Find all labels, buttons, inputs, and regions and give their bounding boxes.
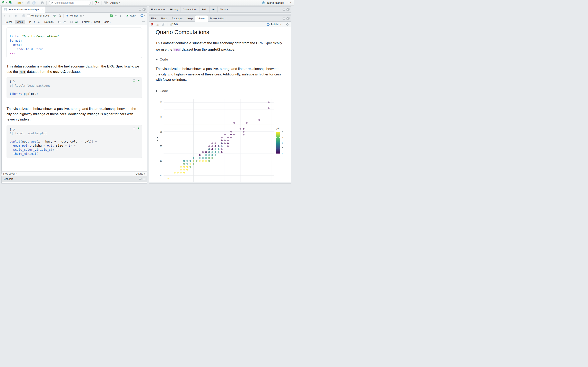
tab-env-history[interactable]: History xyxy=(168,7,181,12)
tab-files-presentation[interactable]: Presentation xyxy=(208,16,227,21)
file-type-selector[interactable]: Quarto ▲▼ xyxy=(134,172,147,175)
toolbar-separator xyxy=(38,1,38,5)
inline-code: mpg xyxy=(19,70,26,74)
source-mode-toggle[interactable]: Source xyxy=(3,20,14,24)
open-file-button[interactable]: ▾ xyxy=(17,1,23,5)
console-body[interactable] xyxy=(2,182,147,183)
search-icon xyxy=(58,14,61,17)
insert-chunk-button[interactable]: C xyxy=(109,14,114,18)
code-line: library(ggplot2) xyxy=(9,92,139,96)
tab-env-build[interactable]: Build xyxy=(199,7,210,12)
format-menu[interactable]: Format▾ xyxy=(81,20,92,24)
file-type-updown-icon: ▲▼ xyxy=(144,173,145,175)
save-button[interactable] xyxy=(26,1,31,5)
tab-files-files[interactable]: Files xyxy=(149,16,159,21)
editor-tabbar: computations-code-fold.qmd × xyxy=(2,7,147,13)
close-tab-icon[interactable]: × xyxy=(42,8,43,11)
editor-paragraph-1[interactable]: This dataset contains a subset of the fu… xyxy=(7,64,142,75)
addins-button[interactable]: Addins ▾ xyxy=(110,1,121,5)
tab-files-plots[interactable]: Plots xyxy=(159,16,169,21)
minimize-pane-icon[interactable] xyxy=(139,8,141,11)
version-control-button[interactable]: ▾ xyxy=(94,1,100,5)
viewer-clear-button[interactable] xyxy=(156,22,160,26)
insert-menu[interactable]: Insert▾ xyxy=(93,20,102,24)
tab-env-connections[interactable]: Connections xyxy=(181,7,199,12)
forward-button[interactable] xyxy=(7,14,11,17)
spellcheck-button[interactable]: ABC xyxy=(52,14,57,18)
code-fold-toggle-1[interactable]: Code xyxy=(156,57,284,62)
run-chunks-above-icon[interactable] xyxy=(133,127,135,129)
outline-scope-selector[interactable]: (Top Level) ▲▼ xyxy=(2,172,134,175)
new-file-button[interactable]: ▾ xyxy=(2,1,8,5)
source-editor-pane: computations-code-fold.qmd × Render on S… xyxy=(1,6,147,174)
tab-env-environment[interactable]: Environment xyxy=(149,7,168,12)
code-fold-toggle-2[interactable]: Code xyxy=(156,89,284,94)
pane-layout-button[interactable]: ▾ xyxy=(103,1,109,5)
table-menu[interactable]: Table▾ xyxy=(103,20,111,24)
yaml-front-matter[interactable]: ---title: "Quarto Computations"format: h… xyxy=(7,27,142,58)
bullet-list-button[interactable] xyxy=(58,20,62,24)
text-run: package. xyxy=(220,48,235,51)
tab-files-packages[interactable]: Packages xyxy=(169,16,185,21)
code-chunk-load-packages[interactable]: {r}#| label: load-packages library(ggplo… xyxy=(7,77,142,98)
find-replace-button[interactable] xyxy=(58,14,62,17)
viewer-refresh-button[interactable] xyxy=(285,23,290,26)
viewer-popout-button[interactable] xyxy=(161,23,165,26)
console-header[interactable]: Console xyxy=(2,176,147,182)
viewer-stop-button[interactable] xyxy=(150,22,154,26)
file-type-label: Quarto xyxy=(136,172,143,175)
render-settings-button[interactable]: ▾ xyxy=(79,14,85,17)
maximize-pane-icon[interactable] xyxy=(286,8,290,11)
tab-env-tutorial[interactable]: Tutorial xyxy=(218,7,231,12)
open-file-caret: ▾ xyxy=(22,2,22,4)
save-all-button[interactable] xyxy=(32,1,36,5)
outline-toggle-button[interactable] xyxy=(141,21,146,24)
pane-layout-caret: ▾ xyxy=(107,2,108,4)
tab-files-help[interactable]: Help xyxy=(185,16,195,21)
maximize-pane-icon[interactable] xyxy=(143,8,146,11)
numbered-list-button[interactable]: 12 xyxy=(62,20,66,24)
viewer-edit-button[interactable]: Edit xyxy=(169,23,179,26)
code-chunk-scatterplot[interactable]: {r}#| label: scatterplot ggplot(mpg, aes… xyxy=(7,125,142,158)
project-menu-button[interactable]: R quarto-tutorials — ~ ▾ xyxy=(261,1,292,5)
code-format-button[interactable]: </> xyxy=(36,21,41,23)
minimize-pane-icon[interactable] xyxy=(283,17,285,20)
scope-updown-icon: ▲▼ xyxy=(16,173,17,175)
run-chunks-above-icon[interactable] xyxy=(133,79,135,82)
back-button[interactable] xyxy=(3,14,7,17)
inline-code: mpg xyxy=(173,48,181,51)
maximize-pane-icon[interactable] xyxy=(286,17,290,20)
maximize-pane-icon[interactable] xyxy=(143,178,146,180)
goto-file-function-input[interactable]: Go to file/function xyxy=(49,1,91,5)
go-prev-section-button[interactable] xyxy=(114,14,118,17)
image-button[interactable] xyxy=(74,20,78,24)
tab-computations-code-fold[interactable]: computations-code-fold.qmd × xyxy=(2,7,45,13)
print-button[interactable] xyxy=(40,1,45,5)
minimize-pane-icon[interactable] xyxy=(283,8,285,11)
visual-mode-toggle[interactable]: Visual xyxy=(15,20,25,24)
visual-editor-canvas[interactable]: ---title: "Quarto Computations"format: h… xyxy=(2,25,147,171)
tab-env-git[interactable]: Git xyxy=(210,7,218,12)
rendered-paragraph-2: The visualization below shows a positive… xyxy=(156,66,284,83)
new-project-button[interactable]: R xyxy=(8,1,13,5)
paragraph-style-select[interactable]: Normal▾ xyxy=(44,20,54,24)
run-chunk-icon[interactable] xyxy=(138,127,140,129)
publish-button[interactable]: Publish ▾ xyxy=(267,23,281,26)
render-on-save-checkbox[interactable]: Render on Save xyxy=(26,14,49,17)
run-button[interactable]: Run ▾ xyxy=(125,14,137,17)
editor-paragraph-2[interactable]: The visualization below shows a positive… xyxy=(7,106,142,122)
viewer-content[interactable]: Quarto Computations This dataset contain… xyxy=(149,27,291,182)
go-next-section-button[interactable] xyxy=(119,14,122,17)
open-in-new-window-button[interactable] xyxy=(14,14,18,17)
link-button[interactable] xyxy=(69,20,74,24)
tab-files-viewer[interactable]: Viewer xyxy=(195,16,208,22)
minimize-pane-icon[interactable] xyxy=(139,178,142,180)
italic-button[interactable]: I xyxy=(33,20,36,24)
bold-button[interactable]: B xyxy=(28,21,32,24)
publish-label: Publish xyxy=(271,23,279,26)
render-button[interactable]: Render xyxy=(65,14,78,17)
source-publish-button[interactable]: ▾ xyxy=(140,14,146,18)
save-doc-button[interactable] xyxy=(22,14,26,17)
svg-text:15: 15 xyxy=(160,160,162,162)
run-chunk-icon[interactable] xyxy=(138,79,140,82)
